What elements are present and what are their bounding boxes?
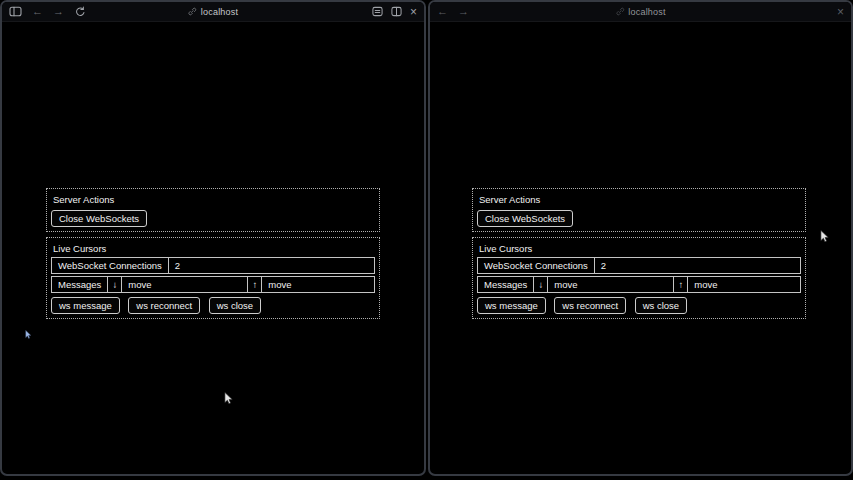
live-cursors-section: Live Cursors WebSocket Connections 2 Mes…	[472, 237, 806, 319]
desktop: { "browser": { "title": "localhost", "ic…	[0, 0, 853, 480]
close-icon[interactable]: ×	[837, 6, 844, 18]
incoming-message-value: move	[122, 277, 248, 293]
arrow-down-icon: ↓	[108, 277, 122, 293]
toolbar-right: ×	[837, 6, 844, 18]
close-icon[interactable]: ×	[410, 6, 417, 18]
ws-close-button[interactable]: ws close	[209, 297, 261, 314]
address-bar[interactable]: localhost	[615, 2, 665, 21]
server-actions-heading: Server Actions	[479, 194, 801, 205]
close-websockets-button[interactable]: Close WebSockets	[51, 210, 147, 227]
arrow-down-icon: ↓	[534, 277, 548, 293]
arrow-up-icon: ↑	[674, 277, 688, 293]
back-icon[interactable]: ←	[32, 6, 43, 17]
live-cursors-heading: Live Cursors	[479, 243, 801, 254]
titlebar: ← → localhost ×	[430, 2, 851, 22]
live-cursors-heading: Live Cursors	[53, 243, 375, 254]
reader-view-icon[interactable]	[372, 6, 383, 17]
ws-close-button[interactable]: ws close	[635, 297, 687, 314]
messages-label: Messages	[52, 277, 108, 293]
server-actions-heading: Server Actions	[53, 194, 375, 205]
ws-buttons-row: ws message ws reconnect ws close	[51, 295, 375, 314]
back-icon[interactable]: ←	[437, 6, 448, 17]
link-icon	[615, 7, 624, 16]
toolbar-left: ← →	[437, 6, 469, 17]
connections-value: 2	[168, 258, 374, 274]
table-row: WebSocket Connections 2	[478, 258, 801, 274]
close-websockets-button[interactable]: Close WebSockets	[477, 210, 573, 227]
connections-label: WebSocket Connections	[52, 258, 169, 274]
ws-reconnect-button[interactable]: ws reconnect	[128, 297, 200, 314]
connections-label: WebSocket Connections	[478, 258, 595, 274]
messages-table: Messages ↓ move ↑ move	[51, 276, 375, 293]
ws-message-button[interactable]: ws message	[51, 297, 120, 314]
page-title: localhost	[628, 7, 665, 17]
browser-window-left: ← → localhost × Server Actions Close Web…	[0, 0, 426, 476]
titlebar: ← → localhost ×	[2, 2, 424, 22]
ws-buttons-row: ws message ws reconnect ws close	[477, 295, 801, 314]
browser-window-right: ← → localhost × Server Actions Close Web…	[428, 0, 853, 476]
server-actions-section: Server Actions Close WebSockets	[472, 188, 806, 232]
live-cursors-section: Live Cursors WebSocket Connections 2 Mes…	[46, 237, 380, 319]
server-actions-section: Server Actions Close WebSockets	[46, 188, 380, 232]
arrow-up-icon: ↑	[248, 277, 262, 293]
connections-table: WebSocket Connections 2	[51, 257, 375, 274]
messages-table: Messages ↓ move ↑ move	[477, 276, 801, 293]
forward-icon[interactable]: →	[458, 6, 469, 17]
pointer-cursor	[820, 230, 831, 243]
table-row: WebSocket Connections 2	[52, 258, 375, 274]
link-icon	[188, 7, 197, 16]
reload-icon[interactable]	[74, 6, 85, 17]
forward-icon[interactable]: →	[53, 6, 64, 17]
pointer-cursor	[224, 392, 235, 405]
table-row: Messages ↓ move ↑ move	[52, 277, 375, 293]
page-content: Server Actions Close WebSockets Live Cur…	[472, 188, 806, 319]
outgoing-message-value: move	[262, 277, 375, 293]
address-bar[interactable]: localhost	[188, 2, 238, 21]
messages-label: Messages	[478, 277, 534, 293]
outgoing-message-value: move	[688, 277, 801, 293]
ws-reconnect-button[interactable]: ws reconnect	[554, 297, 626, 314]
page-content: Server Actions Close WebSockets Live Cur…	[46, 188, 380, 319]
remote-live-cursor	[25, 330, 33, 339]
connections-table: WebSocket Connections 2	[477, 257, 801, 274]
toolbar-left: ← →	[9, 6, 85, 17]
toolbar-right: ×	[372, 6, 417, 18]
connections-value: 2	[594, 258, 800, 274]
page-title: localhost	[201, 7, 238, 17]
sidebar-toggle-icon[interactable]	[9, 6, 22, 17]
split-view-icon[interactable]	[391, 6, 402, 17]
incoming-message-value: move	[548, 277, 674, 293]
ws-message-button[interactable]: ws message	[477, 297, 546, 314]
table-row: Messages ↓ move ↑ move	[478, 277, 801, 293]
